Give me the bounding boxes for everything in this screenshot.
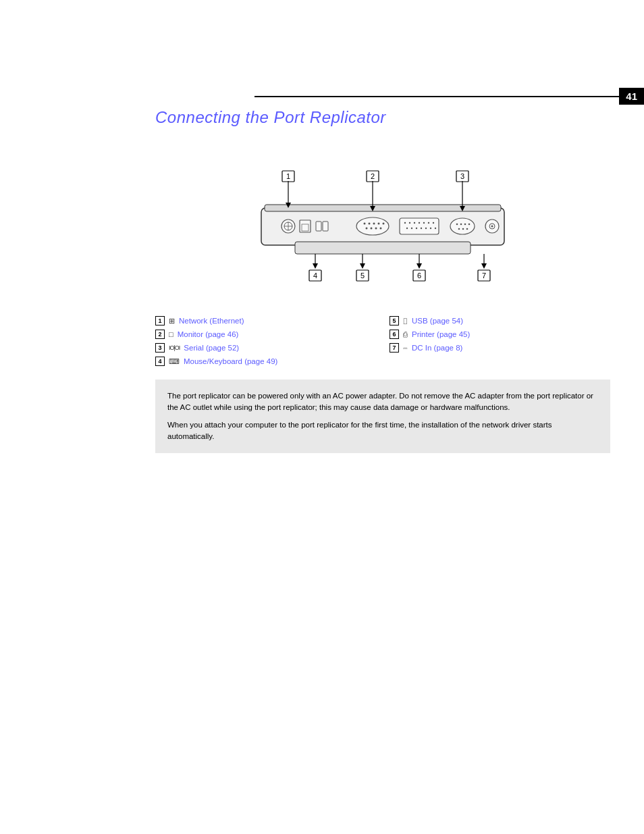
- svg-point-42: [462, 228, 464, 230]
- svg-point-16: [383, 223, 385, 225]
- label-num-6: 6: [390, 330, 399, 339]
- svg-point-28: [433, 222, 434, 224]
- svg-text:4: 4: [313, 271, 317, 280]
- svg-point-23: [409, 222, 410, 224]
- svg-point-39: [464, 224, 466, 226]
- svg-point-22: [404, 222, 406, 224]
- svg-point-25: [419, 222, 420, 224]
- label-text-5[interactable]: USB (page 54): [412, 317, 463, 325]
- label-num-3: 3: [155, 343, 165, 353]
- label-text-6[interactable]: Printer (page 45): [412, 330, 470, 338]
- svg-point-46: [491, 226, 493, 228]
- svg-point-18: [371, 228, 373, 230]
- label-num-1: 1: [155, 316, 165, 325]
- page-number-badge: 41: [619, 88, 644, 105]
- page-title: Connecting the Port Replicator: [155, 108, 610, 127]
- label-num-5: 5: [390, 316, 399, 325]
- svg-rect-10: [323, 221, 328, 231]
- svg-point-38: [460, 224, 462, 226]
- label-text-7[interactable]: DC In (page 8): [412, 344, 462, 352]
- diagram-wrapper: 1 2 3 4 5 6: [227, 154, 538, 296]
- svg-point-34: [430, 228, 431, 229]
- svg-point-31: [416, 228, 417, 229]
- label-text-1[interactable]: Network (Ethernet): [179, 317, 244, 325]
- usb-icon: ⌷: [403, 317, 408, 325]
- svg-point-27: [428, 222, 429, 224]
- svg-point-29: [406, 228, 408, 229]
- svg-rect-9: [316, 221, 321, 231]
- svg-rect-1: [265, 205, 501, 211]
- svg-point-40: [468, 224, 471, 226]
- svg-point-13: [369, 223, 371, 225]
- svg-rect-7: [300, 220, 311, 232]
- svg-point-14: [373, 223, 375, 225]
- svg-marker-58: [417, 263, 422, 269]
- label-row-1: 1 ⊞ Network (Ethernet): [155, 316, 376, 325]
- page-number-line: [254, 96, 619, 97]
- labels-section: 1 ⊞ Network (Ethernet) 5 ⌷ USB (page 54)…: [155, 316, 610, 366]
- note-box: The port replicator can be powered only …: [155, 380, 610, 453]
- label-num-4: 4: [155, 357, 165, 366]
- label-num-7: 7: [390, 343, 399, 353]
- svg-point-43: [466, 228, 468, 230]
- label-num-2: 2: [155, 330, 165, 339]
- serial-icon: IO|OI: [169, 344, 180, 351]
- dc-icon: ⎓: [403, 344, 408, 352]
- svg-text:1: 1: [286, 172, 290, 180]
- svg-rect-21: [400, 218, 439, 234]
- keyboard-icon: ⌨: [169, 357, 180, 366]
- svg-point-24: [414, 222, 415, 224]
- svg-point-15: [378, 223, 380, 225]
- page-container: 41 Connecting the Port Replicator: [0, 0, 644, 834]
- svg-point-35: [435, 228, 436, 229]
- svg-point-37: [456, 224, 458, 226]
- label-row-4: 4 ⌨ Mouse/Keyboard (page 49): [155, 357, 376, 366]
- svg-rect-2: [295, 242, 471, 254]
- diagram-container: 1 2 3 4 5 6: [155, 154, 610, 296]
- label-text-3[interactable]: Serial (page 52): [184, 344, 239, 352]
- printer-icon: ⎙: [403, 330, 408, 338]
- label-row-empty: [390, 357, 610, 366]
- svg-point-12: [364, 223, 366, 225]
- svg-point-41: [458, 228, 460, 230]
- svg-text:6: 6: [417, 271, 421, 280]
- svg-point-36: [450, 218, 475, 234]
- page-number-bar: 41: [254, 88, 644, 105]
- svg-point-20: [380, 228, 382, 230]
- svg-marker-54: [313, 263, 318, 269]
- port-replicator-diagram: 1 2 3 4 5 6: [227, 154, 538, 296]
- note-text-1: The port replicator can be powered only …: [167, 390, 598, 414]
- monitor-icon: □: [169, 330, 173, 338]
- label-text-4[interactable]: Mouse/Keyboard (page 49): [184, 357, 277, 365]
- svg-marker-60: [481, 263, 487, 269]
- svg-text:3: 3: [460, 172, 464, 180]
- svg-point-19: [375, 228, 377, 230]
- svg-text:2: 2: [371, 172, 375, 180]
- svg-point-30: [411, 228, 412, 229]
- label-row-6: 6 ⎙ Printer (page 45): [390, 330, 610, 339]
- svg-point-32: [421, 228, 422, 229]
- svg-marker-56: [360, 263, 365, 269]
- label-row-3: 3 IO|OI Serial (page 52): [155, 343, 376, 353]
- svg-point-26: [423, 222, 425, 224]
- svg-point-17: [366, 228, 368, 230]
- label-text-2[interactable]: Monitor (page 46): [178, 330, 239, 338]
- note-text-2: When you attach your computer to the por…: [167, 419, 598, 443]
- svg-point-11: [356, 217, 389, 235]
- network-icon: ⊞: [169, 317, 175, 325]
- svg-text:5: 5: [360, 271, 365, 280]
- main-content: Connecting the Port Replicator: [155, 108, 610, 453]
- svg-text:7: 7: [482, 271, 486, 280]
- label-row-2: 2 □ Monitor (page 46): [155, 330, 376, 339]
- label-row-7: 7 ⎓ DC In (page 8): [390, 343, 610, 353]
- label-row-5: 5 ⌷ USB (page 54): [390, 316, 610, 325]
- svg-point-33: [425, 228, 427, 229]
